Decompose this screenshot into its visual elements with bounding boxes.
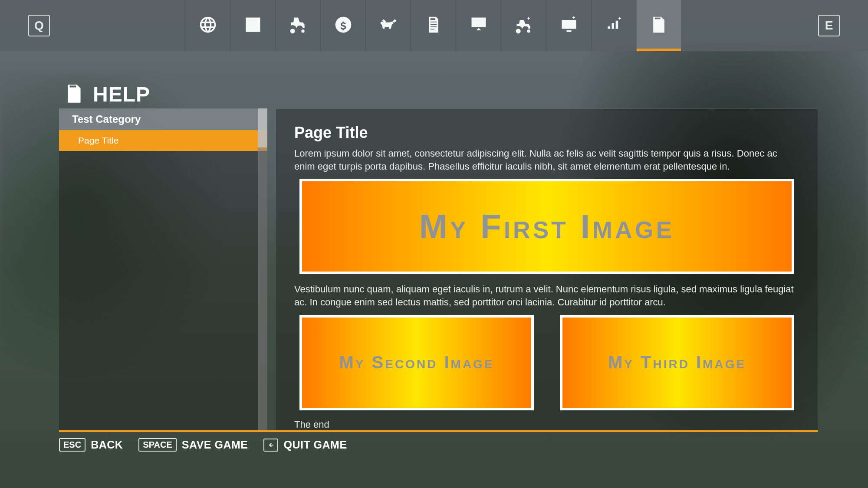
help-image-frame-3: My Third Image (560, 315, 794, 410)
tab-stats[interactable] (230, 0, 275, 51)
cow-icon (379, 15, 398, 36)
sidebar-scrollbar-thumb[interactable] (258, 108, 267, 147)
dollar-icon (334, 15, 353, 36)
tab-vehicles[interactable] (275, 0, 320, 51)
back-key: ESC (59, 438, 85, 452)
tab-vehicle-settings[interactable] (501, 0, 546, 51)
help-image-3-label: My Third Image (608, 353, 746, 372)
tab-help[interactable] (636, 0, 681, 51)
help-image-row: My Second Image My Third Image (299, 315, 794, 410)
tab-strip (185, 0, 681, 51)
help-image-2-label: My Second Image (339, 353, 494, 372)
sidebar-category-header[interactable]: Test Category (59, 108, 267, 130)
help-image-1-label: My First Image (419, 207, 675, 246)
sidebar-item-label: Page Title (78, 135, 118, 146)
sidebar-scrollbar[interactable] (258, 108, 267, 430)
accent-underline (59, 430, 818, 432)
document-icon (424, 15, 443, 36)
sidebar-item-page-title[interactable]: Page Title (59, 130, 267, 151)
content-paragraph-3: The end (294, 418, 799, 431)
page-title: HELP (93, 82, 150, 106)
help-image-frame-1: My First Image (299, 179, 794, 274)
tab-game-settings[interactable] (546, 0, 591, 51)
content-paragraph-1: Lorem ipsum dolor sit amet, consectetur … (294, 147, 799, 173)
help-image-frame-2: My Second Image (299, 315, 534, 410)
prev-tab-key[interactable]: Q (28, 15, 50, 36)
help-image-2: My Second Image (302, 318, 531, 408)
help-doc-icon (63, 83, 85, 106)
tab-map[interactable] (185, 0, 230, 51)
presentation-icon (469, 15, 488, 36)
top-tab-bar: Q E (0, 0, 868, 51)
back-label: BACK (91, 439, 123, 451)
help-image-3: My Third Image (562, 318, 792, 408)
content-paragraph-2: Vestibulum nunc quam, aliquam eget iacul… (294, 283, 799, 308)
tractor-icon (289, 15, 308, 36)
monitor-gear-icon (559, 15, 579, 36)
tab-tutorial[interactable] (456, 0, 501, 51)
quit-key (263, 439, 278, 452)
footer-buttons: ESC BACK SPACE SAVE GAME QUIT GAME (59, 438, 347, 452)
content-title: Page Title (294, 124, 799, 142)
tab-general-settings[interactable] (591, 0, 636, 51)
save-label: SAVE GAME (182, 439, 248, 451)
help-doc-icon (649, 15, 668, 36)
help-sidebar: Test Category Page Title (59, 108, 267, 430)
chart-icon (243, 15, 263, 36)
tab-animals[interactable] (365, 0, 411, 51)
help-image-1: My First Image (302, 181, 792, 272)
globe-icon (198, 15, 217, 36)
quit-game-button[interactable]: QUIT GAME (263, 439, 347, 452)
next-tab-key[interactable]: E (818, 15, 840, 36)
help-content-panel: Page Title Lorem ipsum dolor sit amet, c… (276, 108, 818, 430)
page-header: HELP (63, 82, 150, 106)
save-game-button[interactable]: SPACE SAVE GAME (138, 438, 248, 452)
back-button[interactable]: ESC BACK (59, 438, 123, 452)
tab-contracts[interactable] (411, 0, 456, 51)
tractor-gear-icon (514, 15, 533, 36)
save-key: SPACE (138, 438, 176, 452)
tab-finance[interactable] (320, 0, 365, 51)
sliders-gear-icon (605, 15, 624, 36)
quit-label: QUIT GAME (283, 439, 347, 451)
